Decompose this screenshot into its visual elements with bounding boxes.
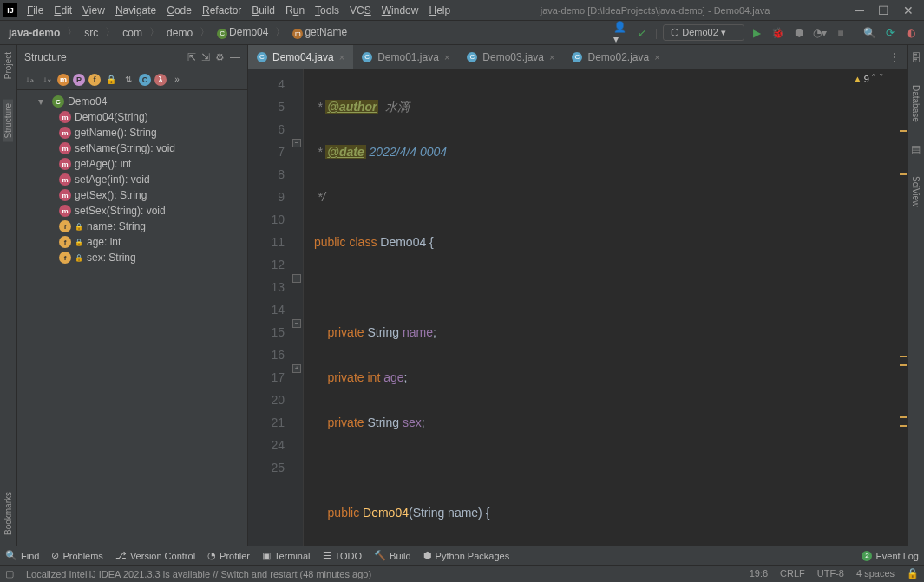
- structure-member[interactable]: msetName(String): void: [17, 141, 247, 156]
- editor-tab[interactable]: CDemo04.java×: [248, 45, 353, 69]
- menu-tools[interactable]: Tools: [311, 3, 344, 18]
- show-fields-icon[interactable]: f: [88, 74, 101, 86]
- menu-file[interactable]: File: [23, 3, 48, 18]
- more-icon[interactable]: »: [170, 73, 184, 87]
- close-button[interactable]: ✕: [903, 3, 914, 17]
- menu-code[interactable]: Code: [162, 3, 196, 18]
- profile-button[interactable]: ◔▾: [812, 25, 828, 41]
- bc-project[interactable]: java-demo: [5, 26, 63, 40]
- user-icon[interactable]: 👤▾: [613, 25, 629, 41]
- editor-tab[interactable]: CDemo02.java×: [563, 45, 668, 69]
- show-methods-icon[interactable]: m: [57, 74, 69, 86]
- fold-marker[interactable]: −: [292, 319, 301, 328]
- structure-member[interactable]: mgetName(): String: [17, 125, 247, 141]
- bc-src[interactable]: src: [81, 26, 102, 40]
- menu-vcs[interactable]: VCS: [345, 3, 376, 18]
- show-properties-icon[interactable]: P: [73, 74, 85, 86]
- fold-marker[interactable]: −: [292, 139, 301, 147]
- show-inherited-icon[interactable]: C: [139, 74, 151, 86]
- menu-run[interactable]: Run: [281, 3, 309, 18]
- structure-member[interactable]: msetSex(String): void: [17, 203, 247, 219]
- terminal-tool[interactable]: ▣ Terminal: [262, 550, 311, 561]
- event-log-tool[interactable]: Event Log: [875, 551, 919, 561]
- vcs-update-icon[interactable]: ↙: [634, 25, 650, 41]
- profiler-tool[interactable]: ◔ Profiler: [207, 550, 250, 561]
- autoscroll-icon[interactable]: ⇅: [121, 73, 135, 87]
- sciview-tool[interactable]: SciView: [911, 173, 921, 210]
- structure-member[interactable]: mgetAge(): int: [17, 156, 247, 172]
- close-tab-icon[interactable]: ×: [549, 52, 554, 62]
- menu-navigate[interactable]: Navigate: [111, 3, 161, 18]
- run-button[interactable]: ▶: [750, 25, 765, 41]
- ide-icon[interactable]: ◐: [903, 25, 919, 41]
- gear-icon[interactable]: ⚙: [215, 51, 225, 63]
- expand-icon[interactable]: ⇱: [187, 51, 196, 63]
- find-tool[interactable]: 🔍 Find: [5, 550, 39, 561]
- run-config-selector[interactable]: ⬡ Demo02 ▾: [663, 24, 744, 41]
- coverage-button[interactable]: ⬢: [791, 25, 807, 41]
- structure-member[interactable]: f🔒age: int: [17, 234, 247, 250]
- editor-tab[interactable]: CDemo01.java×: [353, 45, 458, 69]
- sort-alpha-icon[interactable]: ↓ₐ: [23, 73, 36, 87]
- stop-button[interactable]: ■: [833, 25, 849, 41]
- status-icon[interactable]: ▢: [5, 568, 14, 579]
- structure-member[interactable]: msetAge(int): void: [17, 172, 247, 187]
- bc-class[interactable]: CDemo04: [213, 25, 272, 40]
- show-lambda-icon[interactable]: λ: [154, 74, 167, 86]
- menu-help[interactable]: Help: [424, 3, 455, 18]
- status-message[interactable]: Localized IntelliJ IDEA 2021.3.3 is avai…: [26, 569, 371, 579]
- bookmarks-tool[interactable]: Bookmarks: [3, 488, 13, 539]
- python-packages-tool[interactable]: ⬢ Python Packages: [423, 550, 510, 561]
- show-nonpublic-icon[interactable]: 🔒: [104, 73, 118, 87]
- collapse-icon[interactable]: ⇲: [201, 51, 210, 63]
- member-icon: m: [59, 142, 71, 154]
- editor-tab[interactable]: CDemo03.java×: [458, 45, 563, 69]
- close-tab-icon[interactable]: ×: [654, 52, 659, 62]
- fold-marker[interactable]: −: [292, 274, 301, 283]
- titlebar: IJ File Edit View Navigate Code Refactor…: [0, 0, 924, 21]
- bc-method[interactable]: mgetName: [289, 25, 351, 40]
- menu-view[interactable]: View: [78, 3, 109, 18]
- inspection-indicator[interactable]: ▲9 ˄ ˅: [853, 73, 884, 84]
- bc-com[interactable]: com: [119, 26, 146, 40]
- readonly-icon[interactable]: 🔓: [907, 568, 919, 579]
- sort-visibility-icon[interactable]: ↓ᵥ: [40, 73, 54, 87]
- hide-icon[interactable]: —: [230, 51, 240, 63]
- sciview-icon[interactable]: ▤: [911, 143, 921, 155]
- structure-member[interactable]: mgetSex(): String: [17, 187, 247, 203]
- menu-refactor[interactable]: Refactor: [198, 3, 246, 18]
- sync-icon[interactable]: ⟳: [882, 25, 898, 41]
- menu-edit[interactable]: Edit: [49, 3, 76, 18]
- structure-member[interactable]: f🔒sex: String: [17, 250, 247, 265]
- indent-setting[interactable]: 4 spaces: [856, 568, 895, 579]
- database-icon[interactable]: 🗄: [911, 52, 921, 64]
- structure-member[interactable]: f🔒name: String: [17, 219, 247, 234]
- tree-root[interactable]: ▾CDemo04: [17, 94, 247, 109]
- database-tool[interactable]: Database: [911, 82, 921, 126]
- problems-tool[interactable]: ⊘ Problems: [51, 550, 102, 561]
- project-tool[interactable]: Project: [3, 49, 13, 82]
- search-icon[interactable]: 🔍: [862, 25, 877, 41]
- build-tool[interactable]: 🔨 Build: [374, 550, 410, 561]
- line-ending[interactable]: CRLF: [780, 568, 805, 579]
- tabs-more-icon[interactable]: ⋮: [882, 51, 907, 63]
- bc-demo[interactable]: demo: [163, 26, 196, 40]
- menu-window[interactable]: Window: [377, 3, 423, 18]
- vcs-tool[interactable]: ⎇ Version Control: [115, 550, 195, 561]
- editor-body[interactable]: 456789101112131415161720212425 − − − + *…: [248, 69, 907, 546]
- caret-position[interactable]: 19:6: [750, 568, 768, 579]
- encoding[interactable]: UTF-8: [817, 568, 844, 579]
- maximize-button[interactable]: ☐: [878, 3, 889, 17]
- structure-panel: Structure ⇱ ⇲ ⚙ — ↓ₐ ↓ᵥ m P f 🔒 ⇅ C λ » …: [17, 45, 248, 546]
- menu-build[interactable]: Build: [247, 3, 279, 18]
- debug-button[interactable]: 🐞: [770, 25, 786, 41]
- close-tab-icon[interactable]: ×: [339, 52, 344, 62]
- code-area[interactable]: * @author 水滴 * @date 2022/4/4 0004 */ pu…: [304, 69, 907, 546]
- minimap[interactable]: [898, 69, 907, 546]
- fold-marker[interactable]: +: [292, 364, 301, 373]
- todo-tool[interactable]: ☰ TODO: [323, 550, 363, 561]
- structure-member[interactable]: mDemo04(String): [17, 109, 247, 125]
- structure-tool[interactable]: Structure: [3, 100, 13, 142]
- minimize-button[interactable]: ─: [855, 3, 864, 17]
- close-tab-icon[interactable]: ×: [444, 52, 449, 62]
